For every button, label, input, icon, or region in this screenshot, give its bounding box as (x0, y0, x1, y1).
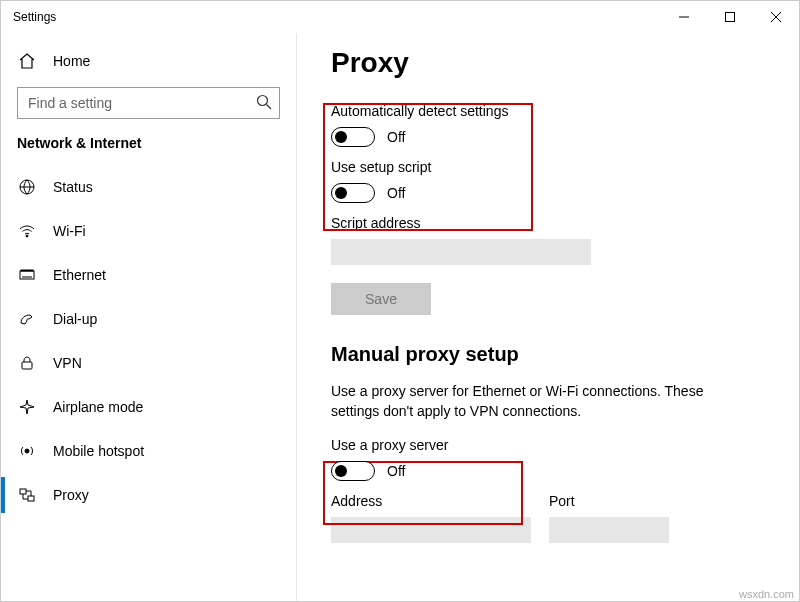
proxy-icon (17, 486, 37, 504)
home-label: Home (53, 53, 90, 69)
use-script-label: Use setup script (331, 159, 775, 175)
sidebar-item-label: Ethernet (53, 267, 106, 283)
sidebar-item-label: Mobile hotspot (53, 443, 144, 459)
home-icon (17, 52, 37, 70)
section-header: Network & Internet (1, 129, 296, 165)
use-proxy-toggle[interactable] (331, 461, 375, 481)
svg-rect-8 (20, 489, 26, 494)
sidebar-item-label: VPN (53, 355, 82, 371)
window-title: Settings (13, 10, 661, 24)
use-proxy-label: Use a proxy server (331, 437, 775, 453)
svg-point-1 (258, 96, 268, 106)
save-button[interactable]: Save (331, 283, 431, 315)
hotspot-icon (17, 442, 37, 460)
search-input[interactable] (17, 87, 280, 119)
port-label: Port (549, 493, 669, 509)
minimize-button[interactable] (661, 1, 707, 33)
settings-window: Settings Home Networ (0, 0, 800, 602)
svg-rect-9 (28, 496, 34, 501)
search-container (17, 87, 280, 119)
sidebar-item-wifi[interactable]: Wi-Fi (1, 209, 296, 253)
search-icon (256, 94, 272, 113)
svg-rect-0 (726, 13, 735, 22)
script-address-input[interactable] (331, 239, 591, 265)
sidebar-item-label: Status (53, 179, 93, 195)
svg-rect-6 (22, 362, 32, 369)
address-input[interactable] (331, 517, 531, 543)
sidebar-item-status[interactable]: Status (1, 165, 296, 209)
home-link[interactable]: Home (1, 41, 296, 81)
manual-heading: Manual proxy setup (331, 343, 775, 366)
port-input[interactable] (549, 517, 669, 543)
sidebar-item-ethernet[interactable]: Ethernet (1, 253, 296, 297)
address-label: Address (331, 493, 531, 509)
script-address-label: Script address (331, 215, 775, 231)
sidebar-item-label: Wi-Fi (53, 223, 86, 239)
sidebar-item-vpn[interactable]: VPN (1, 341, 296, 385)
sidebar-item-hotspot[interactable]: Mobile hotspot (1, 429, 296, 473)
ethernet-icon (17, 266, 37, 284)
auto-detect-label: Automatically detect settings (331, 103, 775, 119)
auto-detect-toggle[interactable] (331, 127, 375, 147)
sidebar-item-label: Airplane mode (53, 399, 143, 415)
manual-description: Use a proxy server for Ethernet or Wi-Fi… (331, 382, 751, 421)
close-button[interactable] (753, 1, 799, 33)
use-script-toggle[interactable] (331, 183, 375, 203)
use-proxy-state: Off (387, 463, 405, 479)
titlebar: Settings (1, 1, 799, 33)
sidebar-item-airplane[interactable]: Airplane mode (1, 385, 296, 429)
sidebar-item-proxy[interactable]: Proxy (1, 473, 296, 517)
main-content: Proxy Automatically detect settings Off … (297, 33, 799, 601)
svg-rect-5 (21, 270, 33, 271)
airplane-icon (17, 398, 37, 416)
vpn-icon (17, 354, 37, 372)
svg-point-7 (25, 449, 29, 453)
sidebar: Home Network & Internet Status (1, 33, 297, 601)
sidebar-item-label: Proxy (53, 487, 89, 503)
wifi-icon (17, 222, 37, 240)
page-title: Proxy (331, 47, 775, 79)
maximize-button[interactable] (707, 1, 753, 33)
sidebar-item-label: Dial-up (53, 311, 97, 327)
watermark: wsxdn.com (739, 588, 794, 600)
auto-detect-state: Off (387, 129, 405, 145)
dialup-icon (17, 310, 37, 328)
nav-list: Status Wi-Fi Ethernet (1, 165, 296, 517)
use-script-state: Off (387, 185, 405, 201)
svg-point-3 (26, 235, 28, 237)
globe-icon (17, 178, 37, 196)
sidebar-item-dialup[interactable]: Dial-up (1, 297, 296, 341)
